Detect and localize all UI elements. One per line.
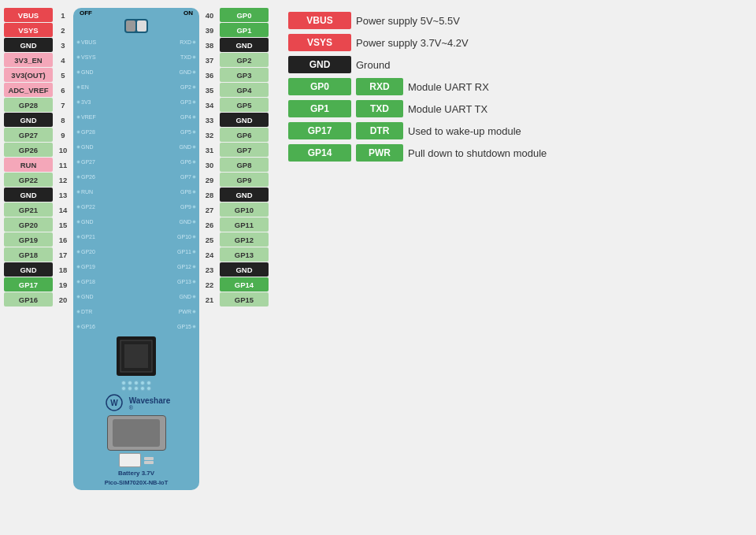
legend-label1: GP14 [288, 144, 351, 162]
right-pin-label: GND [220, 38, 269, 52]
board-inner-row: ENGP2 [76, 80, 196, 95]
right-pin-numbers: 4039383736353433323130292827262524232221 [203, 8, 216, 307]
board-inner-row: GP20GP11 [76, 244, 196, 259]
left-pin-label: ADC_VREF [4, 83, 53, 97]
left-pin-label: VSYS [4, 23, 53, 37]
right-pin-label: GP13 [220, 247, 269, 262]
left-pin-number: 5 [57, 68, 69, 82]
right-pin-number: 35 [203, 83, 216, 97]
toggle-on [137, 20, 146, 32]
left-pin-label: GP20 [4, 217, 53, 232]
right-pin-number: 40 [203, 8, 216, 22]
right-pin-label: GP5 [220, 98, 269, 112]
right-pin-number: 37 [203, 53, 216, 67]
left-pin-label: GND [4, 262, 53, 277]
left-pin-label: GND [4, 188, 53, 202]
right-pin-number: 30 [203, 158, 216, 172]
legend-label2: PWR [356, 144, 403, 162]
model-label: Pico-SIM7020X-NB-IoT [105, 479, 168, 486]
main-page: VBUSVSYSGND3V3_EN3V3(OUT)ADC_VREFGP28GND… [0, 0, 550, 498]
toggle-switch[interactable] [124, 19, 148, 33]
board-inner-row: VREFGP4 [76, 110, 196, 124]
left-pin-label: GP16 [4, 292, 53, 307]
board-inner-row: GP22GP9 [76, 199, 196, 214]
right-pin-number: 26 [203, 217, 216, 232]
left-pin-number: 12 [57, 173, 69, 187]
right-pin-label: GP14 [220, 277, 269, 292]
left-pin-number: 15 [57, 217, 69, 232]
legend-desc: Power supply 5V~5.5V [356, 15, 460, 27]
right-pin-number: 34 [203, 98, 216, 112]
left-pin-number: 3 [57, 38, 69, 52]
board-inner-row: RUNGP8 [76, 184, 196, 199]
left-pin-number: 4 [57, 53, 69, 67]
right-pin-label: GP9 [220, 173, 269, 187]
board-center: OFF ON VBUSRXDVSYSTXDGNDGNDENGP23V3GP3VR… [73, 8, 199, 490]
legend-row: GP14PWRPull down to shutdown module [288, 144, 547, 162]
right-pin-number: 21 [203, 292, 216, 307]
white-connector [119, 453, 141, 467]
right-pin-number: 23 [203, 262, 216, 277]
sim-slot [107, 415, 166, 451]
left-pin-number: 1 [57, 8, 69, 22]
legend-label2: DTR [356, 122, 403, 139]
board-inner-row: GP18GP13 [76, 274, 196, 289]
left-pin-number: 7 [57, 98, 69, 112]
left-pin-label: GP18 [4, 247, 53, 262]
right-pin-label: GP3 [220, 68, 269, 82]
board-top-labels: OFF ON [76, 9, 196, 17]
left-pin-label: GP28 [4, 98, 53, 112]
right-pin-label: GND [220, 188, 269, 202]
legend-row: GP17DTRUsed to wake-up module [288, 122, 547, 139]
right-pin-number: 39 [203, 23, 216, 37]
right-pin-label: GP4 [220, 83, 269, 97]
right-pin-number: 29 [203, 173, 216, 187]
brand-symbol: ® [129, 405, 133, 411]
right-pin-number: 22 [203, 277, 216, 292]
left-pin-labels: VBUSVSYSGND3V3_EN3V3(OUT)ADC_VREFGP28GND… [4, 8, 53, 307]
right-pin-labels: GP0GP1GNDGP2GP3GP4GP5GNDGP6GP7GP8GP9GNDG… [220, 8, 269, 307]
left-pin-number: 20 [57, 292, 69, 307]
board-inner-row: GNDGND [76, 289, 196, 304]
legend-label1: GND [288, 56, 351, 73]
legend-desc: Pull down to shutdown module [408, 147, 547, 159]
right-pin-number: 32 [203, 128, 216, 142]
legend-desc: Power supply 3.7V~4.2V [356, 37, 469, 49]
left-pin-label: 3V3(OUT) [4, 68, 53, 82]
right-pin-label: GP8 [220, 158, 269, 172]
legend-desc: Used to wake-up module [408, 125, 521, 137]
right-pin-label: GND [220, 113, 269, 127]
right-pin-number: 25 [203, 232, 216, 247]
legend-label1: GP0 [288, 78, 351, 95]
left-pin-number: 19 [57, 277, 69, 292]
right-pin-label: GP11 [220, 217, 269, 232]
left-pin-label: GP21 [4, 202, 53, 217]
board-inner-row: 3V3GP3 [76, 95, 196, 110]
board-inner-row: GP26GP7 [76, 169, 196, 184]
svg-text:W: W [110, 399, 118, 407]
left-pin-label: 3V3_EN [4, 53, 53, 67]
left-pin-number: 9 [57, 128, 69, 142]
left-pin-number: 2 [57, 23, 69, 37]
left-pin-number: 14 [57, 202, 69, 217]
legend-label1: GP17 [288, 122, 351, 139]
right-pin-number: 36 [203, 68, 216, 82]
left-pin-number: 10 [57, 143, 69, 157]
legend-row: VBUSPower supply 5V~5.5V [288, 12, 547, 29]
legend-label1: GP1 [288, 100, 351, 117]
legend-section: VBUSPower supply 5V~5.5VVSYSPower supply… [288, 8, 547, 162]
right-pin-label: GP6 [220, 128, 269, 142]
left-pin-label: GP17 [4, 277, 53, 292]
board-inner-row: VBUSRXD [76, 35, 196, 50]
board-inner-row: DTRPWR [76, 304, 196, 319]
legend-desc: Module UART RX [408, 81, 489, 93]
right-pin-label: GP0 [220, 8, 269, 22]
right-pin-number: 24 [203, 247, 216, 262]
right-pin-number: 28 [203, 188, 216, 202]
left-pin-number: 8 [57, 113, 69, 127]
toggle-off [126, 20, 135, 32]
right-pin-number: 31 [203, 143, 216, 157]
board-inner-row: GP27GP6 [76, 154, 196, 169]
left-pin-label: GND [4, 113, 53, 127]
left-pin-number: 17 [57, 247, 69, 262]
